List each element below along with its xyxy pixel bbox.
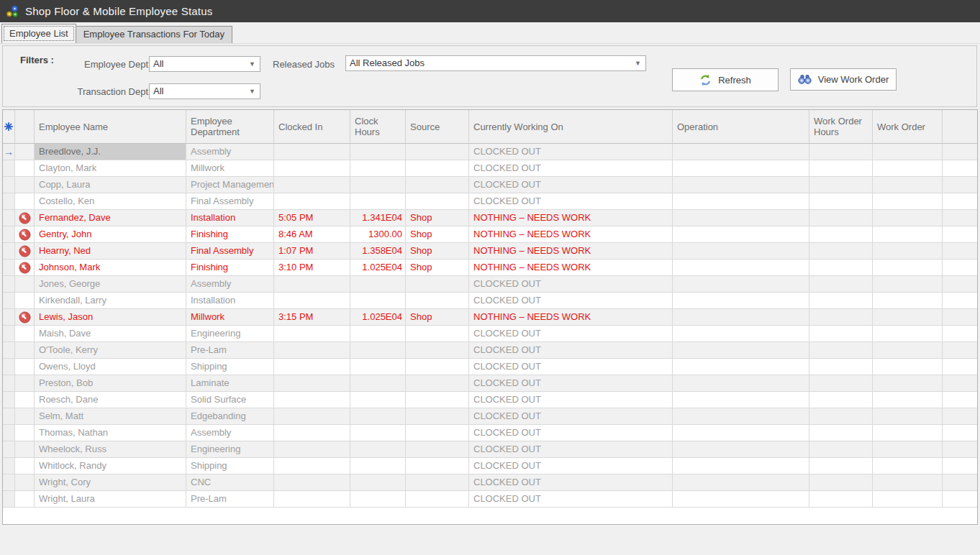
operation-cell[interactable]	[673, 342, 809, 358]
operation-cell[interactable]	[673, 474, 809, 490]
released-jobs-select[interactable]: All Released Jobs ▼	[345, 55, 646, 71]
operation-cell[interactable]	[673, 309, 809, 325]
clocked-in-cell[interactable]: 8:46 AM	[274, 226, 350, 242]
currently-working-on-cell[interactable]: CLOCKED OUT	[469, 177, 673, 193]
clocked-in-cell[interactable]	[274, 408, 350, 424]
operation-cell[interactable]	[673, 276, 809, 292]
clock-hours-cell[interactable]: 1.025E04	[350, 260, 406, 275]
employee-name-cell[interactable]: Gentry, John	[35, 226, 186, 242]
source-cell[interactable]: Shop	[406, 210, 469, 226]
table-row[interactable]: → Fernandez, Dave Installation 5:05 PM 1…	[3, 210, 977, 226]
table-row[interactable]: → Lewis, Jason Millwork 3:15 PM 1.025E04…	[3, 309, 977, 326]
currently-working-on-cell[interactable]: CLOCKED OUT	[469, 392, 673, 408]
source-cell[interactable]	[406, 441, 469, 457]
work-order-cell[interactable]	[873, 408, 943, 424]
employee-department-cell[interactable]: Engineering	[186, 441, 274, 457]
currently-working-on-cell[interactable]: CLOCKED OUT	[469, 474, 673, 490]
currently-working-on-cell[interactable]: CLOCKED OUT	[469, 193, 673, 209]
work-order-cell[interactable]	[873, 326, 943, 341]
employee-name-cell[interactable]: Wheelock, Russ	[35, 441, 186, 457]
operation-cell[interactable]	[673, 243, 809, 259]
work-order-cell[interactable]	[873, 491, 943, 507]
table-row[interactable]: → Preston, Bob Laminate CLOCKED OUT	[3, 375, 977, 392]
employee-name-cell[interactable]: Wright, Cory	[35, 474, 186, 490]
employee-name-cell[interactable]: Whitlock, Randy	[35, 458, 186, 474]
table-row[interactable]: → Kirkendall, Larry Installation CLOCKED…	[3, 293, 977, 309]
work-order-hours-cell[interactable]	[809, 425, 873, 441]
clocked-in-cell[interactable]	[274, 458, 350, 474]
clocked-in-cell[interactable]	[274, 177, 350, 193]
work-order-hours-cell[interactable]	[809, 408, 873, 424]
source-cell[interactable]	[406, 392, 469, 408]
employee-name-cell[interactable]: Maish, Dave	[35, 326, 186, 341]
work-order-hours-cell[interactable]	[809, 276, 873, 292]
table-row[interactable]: → Costello, Ken Final Assembly CLOCKED O…	[3, 193, 977, 210]
currently-working-on-cell[interactable]: CLOCKED OUT	[469, 491, 673, 507]
source-cell[interactable]: Shop	[406, 226, 469, 242]
employee-name-cell[interactable]: Selm, Matt	[35, 408, 186, 424]
employee-name-cell[interactable]: Costello, Ken	[35, 193, 186, 209]
transaction-dept-select[interactable]: All ▼	[149, 83, 260, 99]
work-order-cell[interactable]	[873, 375, 943, 391]
work-order-hours-cell[interactable]	[809, 210, 873, 226]
clocked-in-cell[interactable]	[274, 160, 350, 176]
clock-hours-cell[interactable]: 1.025E04	[350, 309, 406, 325]
tab-employee-transactions[interactable]: Employee Transactions For Today	[76, 26, 232, 43]
work-order-hours-cell[interactable]	[809, 326, 873, 341]
employee-department-cell[interactable]: Shipping	[186, 458, 274, 474]
currently-working-on-cell[interactable]: CLOCKED OUT	[469, 359, 673, 375]
work-order-cell[interactable]	[873, 342, 943, 358]
operation-cell[interactable]	[673, 160, 809, 176]
employee-name-cell[interactable]: Wright, Laura	[35, 491, 186, 507]
employee-name-cell[interactable]: Roesch, Dane	[35, 392, 186, 408]
table-row[interactable]: → Breedlove, J.J. Assembly CLOCKED OUT	[3, 144, 977, 160]
work-order-cell[interactable]	[873, 160, 943, 176]
clocked-in-cell[interactable]: 3:15 PM	[274, 309, 350, 325]
clock-hours-cell[interactable]	[350, 441, 406, 457]
currently-working-on-cell[interactable]: NOTHING – NEEDS WORK	[469, 309, 673, 325]
clock-hours-cell[interactable]	[350, 144, 406, 160]
source-cell[interactable]	[406, 491, 469, 507]
source-cell[interactable]	[406, 177, 469, 193]
work-order-cell[interactable]	[873, 392, 943, 408]
clock-hours-cell[interactable]	[350, 458, 406, 474]
table-row[interactable]: → Selm, Matt Edgebanding CLOCKED OUT	[3, 408, 977, 425]
work-order-hours-cell[interactable]	[809, 193, 873, 209]
clock-hours-cell[interactable]	[350, 293, 406, 308]
employee-department-cell[interactable]: Pre-Lam	[186, 342, 274, 358]
source-cell[interactable]	[406, 342, 469, 358]
source-cell[interactable]	[406, 193, 469, 209]
table-row[interactable]: → Wheelock, Russ Engineering CLOCKED OUT	[3, 441, 977, 458]
currently-working-on-cell[interactable]: CLOCKED OUT	[469, 293, 673, 308]
employee-name-cell[interactable]: Thomas, Nathan	[35, 425, 186, 441]
source-cell[interactable]	[406, 375, 469, 391]
currently-working-on-cell[interactable]: CLOCKED OUT	[469, 375, 673, 391]
employee-name-cell[interactable]: Johnson, Mark	[35, 260, 186, 275]
source-cell[interactable]	[406, 160, 469, 176]
view-work-order-button[interactable]: View Work Order	[790, 68, 897, 91]
work-order-hours-cell[interactable]	[809, 375, 873, 391]
table-row[interactable]: → Owens, Lloyd Shipping CLOCKED OUT	[3, 359, 977, 375]
clock-hours-cell[interactable]: 1300.00	[350, 226, 406, 242]
employee-name-cell[interactable]: Owens, Lloyd	[35, 359, 186, 375]
clocked-in-cell[interactable]	[274, 276, 350, 292]
currently-working-on-cell[interactable]: NOTHING – NEEDS WORK	[469, 226, 673, 242]
employee-department-cell[interactable]: Final Assembly	[186, 193, 274, 209]
operation-cell[interactable]	[673, 441, 809, 457]
operation-cell[interactable]	[673, 392, 809, 408]
clock-hours-cell[interactable]: 1.341E04	[350, 210, 406, 226]
operation-cell[interactable]	[673, 408, 809, 424]
work-order-cell[interactable]	[873, 193, 943, 209]
employee-department-cell[interactable]: Edgebanding	[186, 408, 274, 424]
table-row[interactable]: → Roesch, Dane Solid Surface CLOCKED OUT	[3, 392, 977, 408]
source-cell[interactable]	[406, 408, 469, 424]
clock-hours-cell[interactable]	[350, 375, 406, 391]
currently-working-on-cell[interactable]: CLOCKED OUT	[469, 144, 673, 160]
currently-working-on-cell[interactable]: CLOCKED OUT	[469, 425, 673, 441]
operation-cell[interactable]	[673, 293, 809, 308]
employee-department-cell[interactable]: Finishing	[186, 260, 274, 275]
work-order-cell[interactable]	[873, 458, 943, 474]
clock-hours-cell[interactable]	[350, 193, 406, 209]
employee-name-cell[interactable]: Breedlove, J.J.	[35, 144, 186, 160]
employee-name-cell[interactable]: Hearny, Ned	[35, 243, 186, 259]
